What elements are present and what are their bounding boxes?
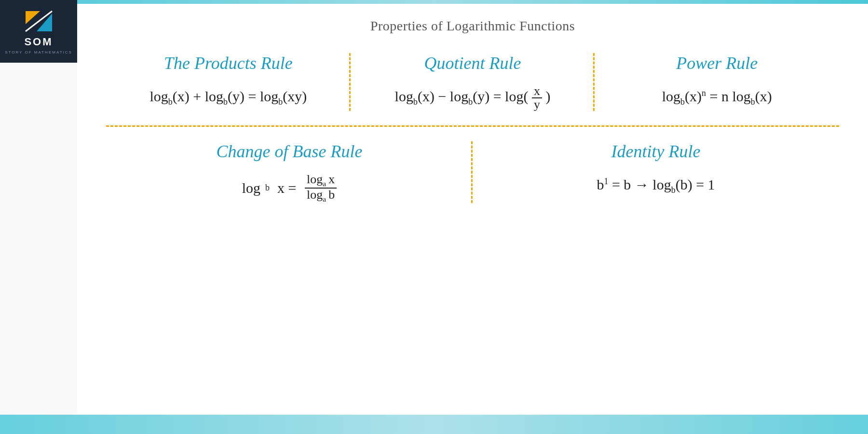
power-rule-section: Power Rule logb(x)n = n logb(x)	[595, 53, 839, 111]
identity-rule-section: Identity Rule b1 = b → logb(b) = 1	[473, 141, 839, 203]
page-title: Properties of Logarithmic Functions	[370, 18, 575, 34]
som-logo-icon	[23, 9, 54, 34]
quotient-rule-title: Quotient Rule	[424, 53, 521, 73]
products-rule-section: The Products Rule logb(x) + logb(y) = lo…	[106, 53, 351, 111]
identity-rule-title: Identity Rule	[611, 141, 701, 162]
top-bar	[0, 0, 868, 4]
logo-area: SOM STORY OF MATHEMATICS	[0, 0, 77, 63]
identity-rule-formula: b1 = b → logb(b) = 1	[597, 173, 715, 197]
power-rule-formula: logb(x)n = n logb(x)	[662, 85, 772, 109]
logo-text: SOM	[24, 36, 53, 48]
bottom-bar	[0, 415, 868, 434]
logo-subtext: STORY OF MATHEMATICS	[5, 50, 72, 54]
bottom-rules-section: Change of Base Rule logb x = loga x loga…	[106, 127, 839, 203]
change-of-base-rule-formula: logb x = loga x loga b	[242, 173, 337, 203]
main-content: Properties of Logarithmic Functions The …	[77, 4, 868, 415]
quotient-rule-section: Quotient Rule logb(x) − logb(y) = log( x…	[351, 53, 595, 111]
top-rules-section: The Products Rule logb(x) + logb(y) = lo…	[106, 53, 839, 127]
power-rule-title: Power Rule	[676, 53, 758, 73]
products-rule-formula: logb(x) + logb(y) = logb(xy)	[149, 85, 307, 109]
quotient-rule-formula: logb(x) − logb(y) = log( x y )	[395, 85, 551, 111]
change-of-base-rule-section: Change of Base Rule logb x = loga x loga…	[106, 141, 473, 203]
change-of-base-rule-title: Change of Base Rule	[217, 141, 363, 162]
products-rule-title: The Products Rule	[164, 53, 293, 73]
